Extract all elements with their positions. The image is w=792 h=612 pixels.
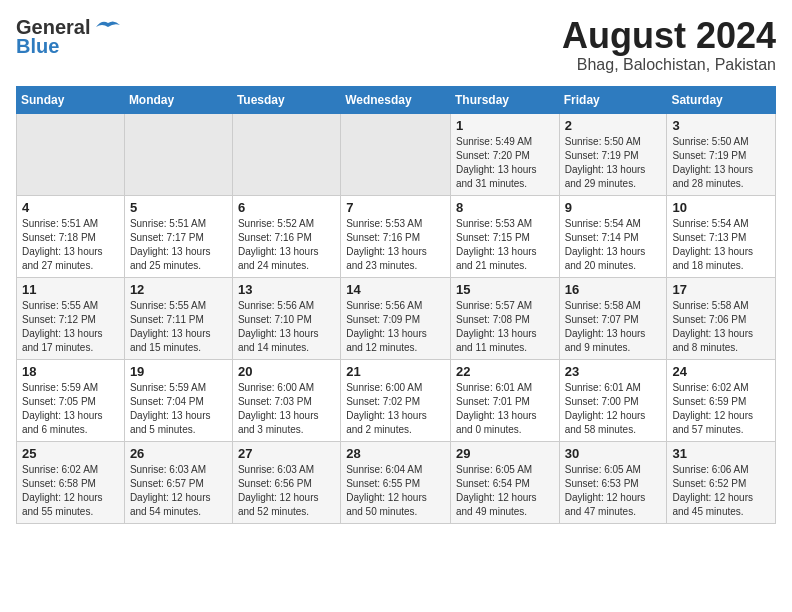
table-row	[341, 113, 451, 195]
table-row: 26Sunrise: 6:03 AMSunset: 6:57 PMDayligh…	[124, 441, 232, 523]
table-row: 20Sunrise: 6:00 AMSunset: 7:03 PMDayligh…	[232, 359, 340, 441]
day-number: 2	[565, 118, 662, 133]
day-info: Sunrise: 6:01 AMSunset: 7:00 PMDaylight:…	[565, 381, 662, 437]
day-info: Sunrise: 5:54 AMSunset: 7:14 PMDaylight:…	[565, 217, 662, 273]
table-row: 4Sunrise: 5:51 AMSunset: 7:18 PMDaylight…	[17, 195, 125, 277]
table-row: 24Sunrise: 6:02 AMSunset: 6:59 PMDayligh…	[667, 359, 776, 441]
table-row	[124, 113, 232, 195]
day-number: 30	[565, 446, 662, 461]
day-number: 16	[565, 282, 662, 297]
day-info: Sunrise: 5:51 AMSunset: 7:18 PMDaylight:…	[22, 217, 119, 273]
calendar-week-row: 25Sunrise: 6:02 AMSunset: 6:58 PMDayligh…	[17, 441, 776, 523]
day-info: Sunrise: 5:50 AMSunset: 7:19 PMDaylight:…	[672, 135, 770, 191]
day-info: Sunrise: 5:52 AMSunset: 7:16 PMDaylight:…	[238, 217, 335, 273]
table-row: 31Sunrise: 6:06 AMSunset: 6:52 PMDayligh…	[667, 441, 776, 523]
day-number: 9	[565, 200, 662, 215]
header-tuesday: Tuesday	[232, 86, 340, 113]
day-number: 5	[130, 200, 227, 215]
day-info: Sunrise: 6:06 AMSunset: 6:52 PMDaylight:…	[672, 463, 770, 519]
header-wednesday: Wednesday	[341, 86, 451, 113]
day-number: 19	[130, 364, 227, 379]
header-thursday: Thursday	[450, 86, 559, 113]
day-info: Sunrise: 5:53 AMSunset: 7:15 PMDaylight:…	[456, 217, 554, 273]
table-row: 29Sunrise: 6:05 AMSunset: 6:54 PMDayligh…	[450, 441, 559, 523]
table-row: 17Sunrise: 5:58 AMSunset: 7:06 PMDayligh…	[667, 277, 776, 359]
header-friday: Friday	[559, 86, 667, 113]
calendar-week-row: 18Sunrise: 5:59 AMSunset: 7:05 PMDayligh…	[17, 359, 776, 441]
table-row: 30Sunrise: 6:05 AMSunset: 6:53 PMDayligh…	[559, 441, 667, 523]
day-number: 18	[22, 364, 119, 379]
calendar-title-block: August 2024 Bhag, Balochistan, Pakistan	[562, 16, 776, 74]
calendar-title: August 2024	[562, 16, 776, 56]
day-info: Sunrise: 5:55 AMSunset: 7:12 PMDaylight:…	[22, 299, 119, 355]
day-info: Sunrise: 5:55 AMSunset: 7:11 PMDaylight:…	[130, 299, 227, 355]
day-number: 8	[456, 200, 554, 215]
table-row: 19Sunrise: 5:59 AMSunset: 7:04 PMDayligh…	[124, 359, 232, 441]
day-info: Sunrise: 6:04 AMSunset: 6:55 PMDaylight:…	[346, 463, 445, 519]
day-number: 23	[565, 364, 662, 379]
day-number: 27	[238, 446, 335, 461]
table-row: 16Sunrise: 5:58 AMSunset: 7:07 PMDayligh…	[559, 277, 667, 359]
day-number: 28	[346, 446, 445, 461]
table-row: 3Sunrise: 5:50 AMSunset: 7:19 PMDaylight…	[667, 113, 776, 195]
day-number: 1	[456, 118, 554, 133]
day-number: 26	[130, 446, 227, 461]
table-row: 6Sunrise: 5:52 AMSunset: 7:16 PMDaylight…	[232, 195, 340, 277]
table-row: 8Sunrise: 5:53 AMSunset: 7:15 PMDaylight…	[450, 195, 559, 277]
day-number: 6	[238, 200, 335, 215]
header-sunday: Sunday	[17, 86, 125, 113]
page-header: General Blue August 2024 Bhag, Balochist…	[16, 16, 776, 74]
table-row: 14Sunrise: 5:56 AMSunset: 7:09 PMDayligh…	[341, 277, 451, 359]
table-row: 12Sunrise: 5:55 AMSunset: 7:11 PMDayligh…	[124, 277, 232, 359]
table-row: 23Sunrise: 6:01 AMSunset: 7:00 PMDayligh…	[559, 359, 667, 441]
day-info: Sunrise: 5:59 AMSunset: 7:04 PMDaylight:…	[130, 381, 227, 437]
table-row: 15Sunrise: 5:57 AMSunset: 7:08 PMDayligh…	[450, 277, 559, 359]
day-number: 29	[456, 446, 554, 461]
day-info: Sunrise: 5:51 AMSunset: 7:17 PMDaylight:…	[130, 217, 227, 273]
table-row: 28Sunrise: 6:04 AMSunset: 6:55 PMDayligh…	[341, 441, 451, 523]
day-number: 31	[672, 446, 770, 461]
day-number: 7	[346, 200, 445, 215]
day-number: 10	[672, 200, 770, 215]
table-row: 25Sunrise: 6:02 AMSunset: 6:58 PMDayligh…	[17, 441, 125, 523]
day-number: 17	[672, 282, 770, 297]
logo: General Blue	[16, 16, 122, 58]
day-number: 12	[130, 282, 227, 297]
day-info: Sunrise: 5:56 AMSunset: 7:09 PMDaylight:…	[346, 299, 445, 355]
day-info: Sunrise: 6:02 AMSunset: 6:59 PMDaylight:…	[672, 381, 770, 437]
day-info: Sunrise: 5:54 AMSunset: 7:13 PMDaylight:…	[672, 217, 770, 273]
day-number: 11	[22, 282, 119, 297]
table-row: 27Sunrise: 6:03 AMSunset: 6:56 PMDayligh…	[232, 441, 340, 523]
table-row: 10Sunrise: 5:54 AMSunset: 7:13 PMDayligh…	[667, 195, 776, 277]
weekday-header-row: Sunday Monday Tuesday Wednesday Thursday…	[17, 86, 776, 113]
table-row	[17, 113, 125, 195]
table-row: 9Sunrise: 5:54 AMSunset: 7:14 PMDaylight…	[559, 195, 667, 277]
day-number: 25	[22, 446, 119, 461]
table-row: 13Sunrise: 5:56 AMSunset: 7:10 PMDayligh…	[232, 277, 340, 359]
day-info: Sunrise: 5:56 AMSunset: 7:10 PMDaylight:…	[238, 299, 335, 355]
day-number: 24	[672, 364, 770, 379]
calendar-week-row: 4Sunrise: 5:51 AMSunset: 7:18 PMDaylight…	[17, 195, 776, 277]
header-saturday: Saturday	[667, 86, 776, 113]
day-info: Sunrise: 6:00 AMSunset: 7:03 PMDaylight:…	[238, 381, 335, 437]
day-info: Sunrise: 5:59 AMSunset: 7:05 PMDaylight:…	[22, 381, 119, 437]
table-row: 18Sunrise: 5:59 AMSunset: 7:05 PMDayligh…	[17, 359, 125, 441]
day-info: Sunrise: 6:03 AMSunset: 6:57 PMDaylight:…	[130, 463, 227, 519]
day-info: Sunrise: 5:57 AMSunset: 7:08 PMDaylight:…	[456, 299, 554, 355]
day-number: 20	[238, 364, 335, 379]
day-number: 4	[22, 200, 119, 215]
table-row: 11Sunrise: 5:55 AMSunset: 7:12 PMDayligh…	[17, 277, 125, 359]
table-row: 5Sunrise: 5:51 AMSunset: 7:17 PMDaylight…	[124, 195, 232, 277]
day-number: 21	[346, 364, 445, 379]
table-row: 22Sunrise: 6:01 AMSunset: 7:01 PMDayligh…	[450, 359, 559, 441]
day-info: Sunrise: 6:03 AMSunset: 6:56 PMDaylight:…	[238, 463, 335, 519]
day-info: Sunrise: 6:00 AMSunset: 7:02 PMDaylight:…	[346, 381, 445, 437]
day-info: Sunrise: 5:58 AMSunset: 7:07 PMDaylight:…	[565, 299, 662, 355]
day-number: 15	[456, 282, 554, 297]
day-number: 22	[456, 364, 554, 379]
table-row: 21Sunrise: 6:00 AMSunset: 7:02 PMDayligh…	[341, 359, 451, 441]
table-row: 1Sunrise: 5:49 AMSunset: 7:20 PMDaylight…	[450, 113, 559, 195]
day-info: Sunrise: 5:49 AMSunset: 7:20 PMDaylight:…	[456, 135, 554, 191]
logo-bird-icon	[94, 17, 122, 35]
logo-blue-text: Blue	[16, 35, 59, 58]
